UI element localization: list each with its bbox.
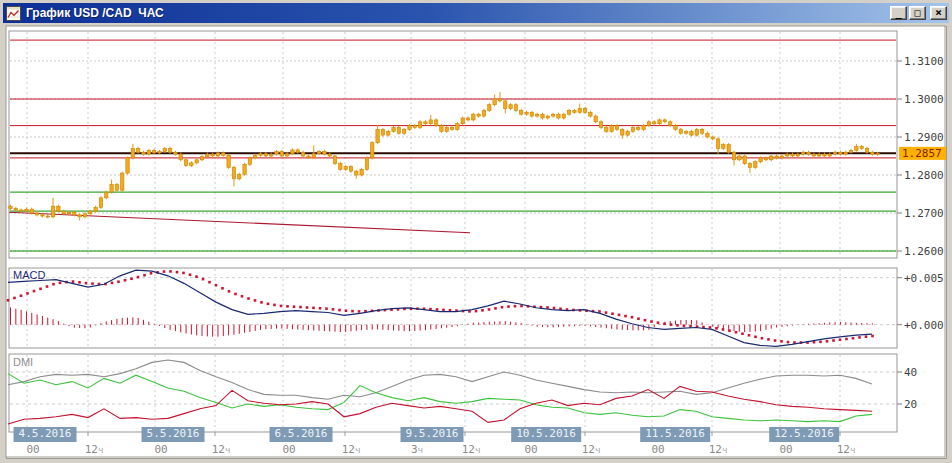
candle <box>668 122 671 126</box>
candle <box>663 120 666 122</box>
dmi-axis-label: 40 <box>904 366 917 379</box>
macd-panel[interactable] <box>9 268 897 348</box>
candle <box>14 208 17 210</box>
candle <box>855 147 858 151</box>
candle <box>477 114 480 116</box>
candle <box>307 156 310 158</box>
candle <box>227 155 230 167</box>
candle <box>594 116 597 122</box>
candle <box>865 148 868 152</box>
candle <box>94 207 97 211</box>
candle <box>413 126 416 128</box>
candle <box>280 151 283 156</box>
candle <box>115 185 118 191</box>
candle <box>387 131 390 135</box>
candle <box>418 122 421 128</box>
candle <box>748 164 751 168</box>
candle <box>392 128 395 132</box>
candle <box>19 210 22 211</box>
candle <box>296 150 299 152</box>
candle <box>567 110 570 114</box>
candle <box>211 154 214 156</box>
candle <box>514 105 517 111</box>
candle <box>46 216 49 217</box>
candle <box>786 154 789 156</box>
candle <box>25 209 28 211</box>
candle <box>440 126 443 132</box>
candle <box>312 154 315 158</box>
candle <box>466 118 469 120</box>
candle <box>9 206 12 208</box>
candle <box>184 160 187 166</box>
price-axis-label: 1.2700 <box>904 207 944 220</box>
candle <box>791 154 794 156</box>
candle <box>876 153 879 154</box>
candle <box>99 198 102 208</box>
candle <box>243 164 246 174</box>
candle <box>801 152 804 154</box>
candle <box>126 158 129 173</box>
candle <box>402 129 405 133</box>
candle <box>727 145 730 153</box>
candle <box>222 153 225 155</box>
candle <box>472 114 475 120</box>
candle <box>152 150 155 153</box>
candle <box>605 128 608 132</box>
candle <box>376 129 379 142</box>
candle <box>264 154 267 156</box>
candle <box>828 154 831 156</box>
candle <box>589 112 592 116</box>
candle <box>562 114 565 118</box>
candle <box>706 133 709 137</box>
candle <box>642 126 645 130</box>
macd-axis-label: +0.005 <box>904 272 944 285</box>
candle <box>349 167 352 172</box>
candle <box>871 152 874 154</box>
candle <box>551 114 554 116</box>
candle <box>461 118 464 124</box>
candle <box>647 122 650 126</box>
macd-axis-label: +0.000 <box>904 319 944 332</box>
candle <box>770 156 773 160</box>
candle <box>488 105 491 111</box>
candle <box>546 116 549 118</box>
candle <box>637 128 640 130</box>
candle <box>259 154 262 156</box>
price-axis-label: 1.2800 <box>904 169 944 182</box>
candle <box>860 147 863 149</box>
candle <box>823 154 826 156</box>
candle <box>732 152 735 160</box>
candle <box>344 167 347 170</box>
price-axis-label: 1.3000 <box>904 93 944 106</box>
candle <box>621 129 624 135</box>
chart-canvas: 1.31001.30001.29001.28571.28001.27001.26… <box>0 0 952 463</box>
candle <box>323 151 326 154</box>
candle <box>578 109 581 113</box>
candle <box>844 152 847 154</box>
candle <box>333 156 336 164</box>
candle <box>136 148 139 152</box>
candle <box>179 154 182 160</box>
candle <box>105 192 108 198</box>
candle <box>200 157 203 160</box>
candle <box>849 150 852 152</box>
candle <box>195 160 198 163</box>
candle <box>51 206 54 217</box>
candle <box>738 156 741 160</box>
candle <box>355 171 358 175</box>
candle <box>754 162 757 168</box>
application-window: График USD /CAD ЧАС _ □ × 1.31001.30001.… <box>0 0 952 463</box>
candle <box>248 158 251 164</box>
candle <box>493 99 496 105</box>
candle <box>216 153 219 156</box>
candle <box>131 148 134 158</box>
candle <box>424 122 427 124</box>
candle <box>62 211 65 214</box>
price-axis-label: 1.2900 <box>904 131 944 144</box>
candle <box>759 158 762 162</box>
candle <box>450 128 453 130</box>
main-price-panel[interactable] <box>9 31 897 258</box>
candle <box>365 158 368 169</box>
candle <box>610 126 613 132</box>
candle <box>674 126 677 130</box>
